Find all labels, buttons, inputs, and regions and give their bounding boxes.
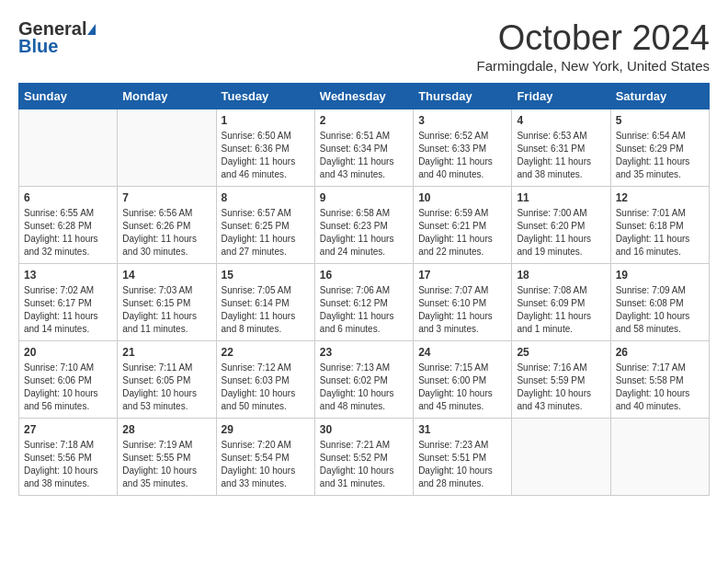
calendar-day-cell: 3Sunrise: 6:52 AM Sunset: 6:33 PM Daylig… [414,109,512,187]
day-info: Sunrise: 7:16 AM Sunset: 5:59 PM Dayligh… [517,362,605,413]
page-header: General Blue October 2024 Farmingdale, N… [18,18,710,74]
calendar-day-cell: 24Sunrise: 7:15 AM Sunset: 6:00 PM Dayli… [414,341,512,419]
calendar-day-cell: 8Sunrise: 6:57 AM Sunset: 6:25 PM Daylig… [216,187,314,264]
day-info: Sunrise: 6:55 AM Sunset: 6:28 PM Dayligh… [24,207,112,259]
calendar-day-cell: 10Sunrise: 6:59 AM Sunset: 6:21 PM Dayli… [414,187,512,264]
weekday-header: Friday [512,84,610,109]
logo-triangle-icon [87,24,96,35]
day-number: 12 [616,191,704,204]
day-info: Sunrise: 7:02 AM Sunset: 6:17 PM Dayligh… [24,284,112,336]
calendar-day-cell: 6Sunrise: 6:55 AM Sunset: 6:28 PM Daylig… [19,187,118,264]
day-info: Sunrise: 7:00 AM Sunset: 6:20 PM Dayligh… [517,207,605,259]
calendar-day-cell: 27Sunrise: 7:18 AM Sunset: 5:56 PM Dayli… [19,419,118,496]
calendar-title: October 2024 [477,18,710,58]
calendar-day-cell [512,419,610,496]
day-info: Sunrise: 6:57 AM Sunset: 6:25 PM Dayligh… [222,207,310,259]
calendar-day-cell: 2Sunrise: 6:51 AM Sunset: 6:34 PM Daylig… [314,109,413,187]
day-info: Sunrise: 7:21 AM Sunset: 5:52 PM Dayligh… [320,439,408,490]
day-number: 27 [24,423,112,436]
day-info: Sunrise: 7:05 AM Sunset: 6:14 PM Dayligh… [222,284,310,336]
day-info: Sunrise: 7:01 AM Sunset: 6:18 PM Dayligh… [616,207,704,259]
day-info: Sunrise: 7:17 AM Sunset: 5:58 PM Dayligh… [616,362,704,413]
calendar-day-cell: 28Sunrise: 7:19 AM Sunset: 5:55 PM Dayli… [118,419,216,496]
day-info: Sunrise: 7:15 AM Sunset: 6:00 PM Dayligh… [418,362,506,413]
day-number: 16 [320,269,408,282]
calendar-day-cell: 15Sunrise: 7:05 AM Sunset: 6:14 PM Dayli… [216,264,314,341]
calendar-day-cell: 5Sunrise: 6:54 AM Sunset: 6:29 PM Daylig… [610,109,709,187]
day-info: Sunrise: 7:18 AM Sunset: 5:56 PM Dayligh… [24,439,112,490]
weekday-header: Tuesday [216,84,314,109]
day-number: 2 [320,114,408,127]
calendar-day-cell: 7Sunrise: 6:56 AM Sunset: 6:26 PM Daylig… [118,187,216,264]
day-number: 22 [222,346,310,359]
day-number: 10 [418,191,506,204]
day-number: 5 [616,114,704,127]
day-number: 4 [517,114,605,127]
day-info: Sunrise: 6:54 AM Sunset: 6:29 PM Dayligh… [616,130,704,181]
day-info: Sunrise: 7:10 AM Sunset: 6:06 PM Dayligh… [24,362,112,413]
day-info: Sunrise: 7:09 AM Sunset: 6:08 PM Dayligh… [616,284,704,336]
weekday-header: Sunday [19,84,118,109]
weekday-header: Saturday [610,84,709,109]
day-number: 26 [616,346,704,359]
day-number: 11 [517,191,605,204]
day-info: Sunrise: 6:59 AM Sunset: 6:21 PM Dayligh… [418,207,506,259]
logo: General Blue [18,18,96,57]
calendar-day-cell: 16Sunrise: 7:06 AM Sunset: 6:12 PM Dayli… [314,264,413,341]
calendar-subtitle: Farmingdale, New York, United States [477,58,710,74]
weekday-header: Wednesday [314,84,413,109]
day-number: 1 [222,114,310,127]
day-info: Sunrise: 7:11 AM Sunset: 6:05 PM Dayligh… [122,362,210,413]
logo-blue: Blue [18,36,58,57]
day-info: Sunrise: 6:50 AM Sunset: 6:36 PM Dayligh… [222,130,310,181]
weekday-header: Monday [118,84,216,109]
day-info: Sunrise: 6:52 AM Sunset: 6:33 PM Dayligh… [418,130,506,181]
calendar-week-row: 6Sunrise: 6:55 AM Sunset: 6:28 PM Daylig… [19,187,710,264]
calendar-day-cell: 14Sunrise: 7:03 AM Sunset: 6:15 PM Dayli… [118,264,216,341]
calendar-day-cell: 9Sunrise: 6:58 AM Sunset: 6:23 PM Daylig… [314,187,413,264]
day-info: Sunrise: 7:20 AM Sunset: 5:54 PM Dayligh… [222,439,310,490]
calendar-day-cell: 12Sunrise: 7:01 AM Sunset: 6:18 PM Dayli… [610,187,709,264]
calendar-day-cell: 13Sunrise: 7:02 AM Sunset: 6:17 PM Dayli… [19,264,118,341]
calendar-day-cell: 30Sunrise: 7:21 AM Sunset: 5:52 PM Dayli… [314,419,413,496]
calendar-day-cell: 25Sunrise: 7:16 AM Sunset: 5:59 PM Dayli… [512,341,610,419]
calendar-day-cell: 22Sunrise: 7:12 AM Sunset: 6:03 PM Dayli… [216,341,314,419]
day-number: 28 [122,423,210,436]
day-number: 25 [517,346,605,359]
day-number: 20 [24,346,112,359]
day-info: Sunrise: 6:53 AM Sunset: 6:31 PM Dayligh… [517,130,605,181]
weekday-header: Thursday [414,84,512,109]
day-number: 17 [418,269,506,282]
day-number: 29 [222,423,310,436]
day-info: Sunrise: 7:12 AM Sunset: 6:03 PM Dayligh… [222,362,310,413]
day-info: Sunrise: 7:19 AM Sunset: 5:55 PM Dayligh… [122,439,210,490]
calendar-week-row: 1Sunrise: 6:50 AM Sunset: 6:36 PM Daylig… [19,109,710,187]
day-info: Sunrise: 7:08 AM Sunset: 6:09 PM Dayligh… [517,284,605,336]
day-number: 23 [320,346,408,359]
calendar-day-cell: 1Sunrise: 6:50 AM Sunset: 6:36 PM Daylig… [216,109,314,187]
day-info: Sunrise: 6:58 AM Sunset: 6:23 PM Dayligh… [320,207,408,259]
day-info: Sunrise: 7:23 AM Sunset: 5:51 PM Dayligh… [418,439,506,490]
calendar-day-cell [118,109,216,187]
calendar-day-cell: 23Sunrise: 7:13 AM Sunset: 6:02 PM Dayli… [314,341,413,419]
day-number: 30 [320,423,408,436]
day-number: 14 [122,269,210,282]
calendar-table: SundayMondayTuesdayWednesdayThursdayFrid… [18,83,710,496]
weekday-header-row: SundayMondayTuesdayWednesdayThursdayFrid… [19,84,710,109]
day-number: 7 [122,191,210,204]
day-info: Sunrise: 7:06 AM Sunset: 6:12 PM Dayligh… [320,284,408,336]
calendar-day-cell: 29Sunrise: 7:20 AM Sunset: 5:54 PM Dayli… [216,419,314,496]
calendar-day-cell: 11Sunrise: 7:00 AM Sunset: 6:20 PM Dayli… [512,187,610,264]
calendar-week-row: 20Sunrise: 7:10 AM Sunset: 6:06 PM Dayli… [19,341,710,419]
calendar-day-cell: 21Sunrise: 7:11 AM Sunset: 6:05 PM Dayli… [118,341,216,419]
day-number: 13 [24,269,112,282]
calendar-day-cell [610,419,709,496]
day-info: Sunrise: 7:13 AM Sunset: 6:02 PM Dayligh… [320,362,408,413]
day-number: 18 [517,269,605,282]
day-number: 21 [122,346,210,359]
day-number: 9 [320,191,408,204]
day-info: Sunrise: 7:07 AM Sunset: 6:10 PM Dayligh… [418,284,506,336]
day-number: 15 [222,269,310,282]
calendar-day-cell: 20Sunrise: 7:10 AM Sunset: 6:06 PM Dayli… [19,341,118,419]
day-number: 24 [418,346,506,359]
